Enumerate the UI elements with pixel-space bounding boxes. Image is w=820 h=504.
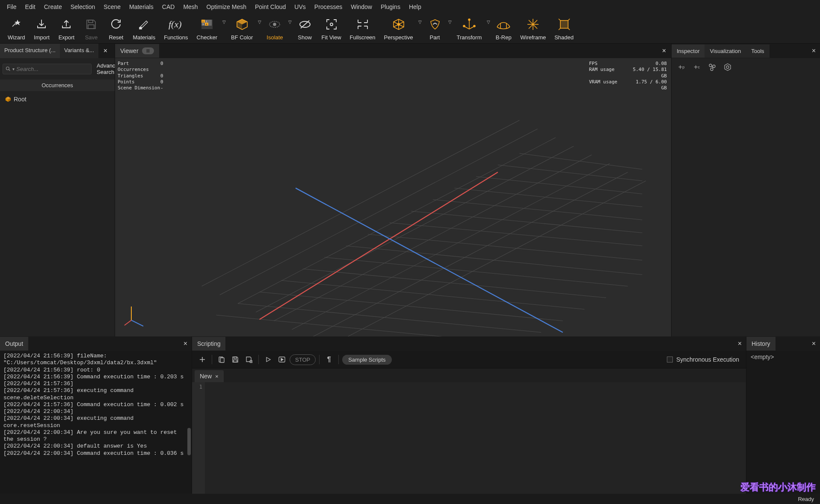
run-script-icon[interactable]	[262, 354, 274, 365]
perspective-dropdown-icon[interactable]: ▽	[417, 15, 423, 24]
tab-inspector[interactable]: Inspector	[672, 44, 705, 58]
isolate-dropdown-icon[interactable]: ▽	[287, 15, 293, 24]
menu-help[interactable]: Help	[405, 2, 426, 12]
search-input[interactable]	[16, 66, 89, 72]
menu-point-cloud[interactable]: Point Cloud	[251, 2, 290, 12]
transform-button[interactable]: Transform	[453, 15, 486, 42]
center-panel: Viewer ×	[115, 44, 671, 336]
materials-button[interactable]: Materials	[128, 15, 160, 42]
new-script-icon[interactable]	[196, 354, 208, 365]
svg-line-56	[220, 129, 538, 295]
export-button[interactable]: Export	[54, 15, 79, 42]
brep-label: B-Rep	[496, 34, 512, 41]
pause-icon[interactable]	[142, 47, 154, 54]
svg-line-54	[274, 155, 592, 321]
menu-plugins[interactable]: Plugins	[376, 2, 405, 12]
tab-scripting[interactable]: Scripting	[192, 337, 225, 351]
menu-uvs[interactable]: UVs	[290, 2, 310, 12]
sync-exec-label: Synchronous Execution	[676, 356, 739, 363]
fullscreen-button[interactable]: Fullscreen	[346, 15, 380, 42]
bfcolor-button[interactable]: BF Color	[227, 15, 257, 42]
tab-history[interactable]: History	[746, 337, 776, 351]
tab-variants[interactable]: Variants &...	[60, 44, 98, 58]
sync-exec-checkbox[interactable]	[667, 357, 673, 363]
menu-materials[interactable]: Materials	[125, 2, 158, 12]
svg-line-31	[469, 27, 474, 29]
hexagon-icon[interactable]	[722, 62, 733, 73]
svg-line-78	[131, 320, 143, 326]
close-scripting-icon[interactable]: ×	[734, 336, 746, 351]
close-script-tab-icon[interactable]: ×	[215, 373, 219, 380]
menu-optimize-mesh[interactable]: Optimize Mesh	[202, 2, 251, 12]
svg-line-62	[281, 280, 584, 309]
menu-edit[interactable]: Edit	[21, 2, 40, 12]
shaded-button[interactable]: Shaded	[550, 15, 578, 42]
add-component-icon[interactable]: +c	[691, 62, 702, 73]
tab-product-structure[interactable]: Product Structure (...	[0, 44, 60, 58]
import-button[interactable]: Import	[29, 15, 54, 42]
checker-dropdown-icon[interactable]: ▽	[222, 15, 227, 24]
show-button[interactable]: Show	[293, 15, 317, 42]
svg-point-28	[397, 24, 400, 26]
save-button[interactable]: Save	[79, 15, 104, 42]
wireframe-button[interactable]: Wireframe	[516, 15, 550, 42]
add-property-icon[interactable]: +p	[676, 62, 687, 73]
search-filter-icon[interactable]: ▾	[12, 67, 15, 71]
tab-visualization[interactable]: Visualization	[705, 44, 746, 58]
molecule-icon[interactable]	[707, 62, 718, 73]
tab-viewer[interactable]: Viewer	[115, 44, 159, 58]
fullscreen-icon	[355, 17, 370, 32]
menu-scene[interactable]: Scene	[99, 2, 125, 12]
main-toolbar: WizardImportExportSaveResetMaterialsf(x)…	[0, 14, 820, 44]
close-history-icon[interactable]: ×	[808, 336, 820, 351]
menu-create[interactable]: Create	[40, 2, 66, 12]
isolate-button[interactable]: Isolate	[262, 15, 287, 42]
tree-root-item[interactable]: Root	[4, 94, 110, 104]
svg-line-63	[303, 269, 606, 298]
checker-button[interactable]: 1234Checker	[192, 15, 222, 42]
script-editor[interactable]: 1	[192, 382, 746, 494]
svg-line-67	[390, 223, 642, 246]
tab-tools[interactable]: Tools	[746, 44, 769, 58]
menu-cad[interactable]: CAD	[158, 2, 179, 12]
run-selection-icon[interactable]	[276, 354, 288, 365]
output-scrollbar[interactable]	[187, 428, 191, 455]
close-output-icon[interactable]: ×	[179, 336, 192, 351]
stat-row: VRAM usage1.75 / 6.00 GB	[589, 79, 667, 91]
paragraph-icon[interactable]: ¶	[323, 354, 335, 365]
transform-dropdown-icon[interactable]: ▽	[486, 15, 491, 24]
svg-rect-91	[234, 357, 237, 359]
svg-rect-1	[89, 20, 93, 23]
close-left-panel-icon[interactable]: ×	[98, 44, 112, 58]
svg-marker-98	[281, 358, 283, 361]
menu-selection[interactable]: Selection	[66, 2, 100, 12]
fitview-button[interactable]: Fit View	[317, 15, 346, 42]
close-right-panel-icon[interactable]: ×	[808, 44, 820, 58]
save-script-icon[interactable]	[229, 354, 241, 365]
menu-window[interactable]: Window	[346, 2, 376, 12]
wizard-button[interactable]: Wizard	[3, 15, 29, 42]
functions-button[interactable]: f(x)Functions	[160, 15, 192, 42]
open-script-icon[interactable]	[216, 354, 228, 365]
part-dropdown-icon[interactable]: ▽	[447, 15, 453, 24]
save-as-script-icon[interactable]	[243, 354, 255, 365]
reset-button[interactable]: Reset	[104, 15, 128, 42]
sample-scripts-button[interactable]: Sample Scripts	[342, 355, 391, 365]
part-button[interactable]: Part	[423, 15, 447, 42]
menu-file[interactable]: File	[3, 2, 21, 12]
bfcolor-dropdown-icon[interactable]: ▽	[257, 15, 262, 24]
search-input-wrap[interactable]: ▾	[3, 64, 92, 74]
menu-mesh[interactable]: Mesh	[179, 2, 202, 12]
brep-button[interactable]: B-Rep	[491, 15, 516, 42]
viewport-3d[interactable]: Part Occurrences0Triangles0Points0Scene …	[115, 58, 671, 336]
script-tab-new[interactable]: New ×	[195, 370, 224, 382]
svg-marker-0	[15, 20, 21, 25]
close-viewer-icon[interactable]: ×	[657, 44, 671, 58]
perspective-button[interactable]: Perspective	[380, 15, 417, 42]
stop-button[interactable]: STOP	[290, 354, 316, 365]
tab-output[interactable]: Output	[0, 337, 28, 351]
output-log[interactable]: [2022/04/24 21:56:39] fileName: "C:/User…	[0, 351, 192, 494]
occurrences-header: Occurrences	[0, 80, 115, 91]
svg-line-48	[9, 70, 10, 71]
menu-processes[interactable]: Processes	[310, 2, 346, 12]
